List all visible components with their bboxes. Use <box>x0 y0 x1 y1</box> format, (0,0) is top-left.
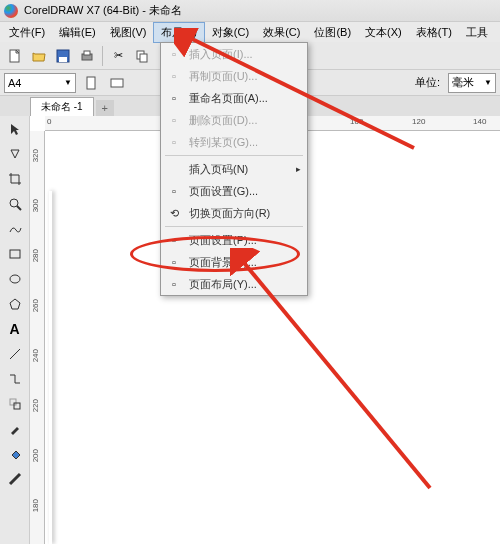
save-icon[interactable] <box>52 45 74 67</box>
page-shadow <box>49 191 52 544</box>
ruler-tick-label: 120 <box>412 117 425 126</box>
dropdown-arrow-icon: ▼ <box>64 78 72 87</box>
title-bar: CorelDRAW X7 (64-Bit) - 未命名 <box>0 0 500 22</box>
dimension-tool-icon[interactable] <box>6 345 24 363</box>
svg-rect-6 <box>140 54 147 62</box>
eyedropper-tool-icon[interactable] <box>6 420 24 438</box>
toolbox: A <box>0 116 30 544</box>
menu-object[interactable]: 对象(C) <box>205 23 256 42</box>
menu-text[interactable]: 文本(X) <box>358 23 409 42</box>
menu-file[interactable]: 文件(F) <box>2 23 52 42</box>
menu-insert-page[interactable]: ▫插入页面(I)... <box>161 43 307 65</box>
pick-tool-icon[interactable] <box>6 120 24 138</box>
ruler-tick-label: 280 <box>31 249 40 262</box>
menu-item-label: 重命名页面(A)... <box>189 91 268 106</box>
ellipse-tool-icon[interactable] <box>6 270 24 288</box>
page-layout-icon: ▫ <box>166 276 182 292</box>
effects-tool-icon[interactable] <box>6 395 24 413</box>
ruler-tick-label: 200 <box>31 449 40 462</box>
menu-switch-orientation[interactable]: ⟲切换页面方向(R) <box>161 202 307 224</box>
menu-duplicate-page[interactable]: ▫再制页面(U)... <box>161 65 307 87</box>
menu-goto-page[interactable]: ▫转到某页(G)... <box>161 131 307 153</box>
menu-view[interactable]: 视图(V) <box>103 23 154 42</box>
menu-item-label: 删除页面(D)... <box>189 113 257 128</box>
layout-menu-dropdown: ▫插入页面(I)... ▫再制页面(U)... ▫重命名页面(A)... ▫删除… <box>160 42 308 296</box>
zoom-tool-icon[interactable] <box>6 195 24 213</box>
menu-bar[interactable]: 文件(F) 编辑(E) 视图(V) 布局(L) 对象(C) 效果(C) 位图(B… <box>0 22 500 42</box>
menu-separator <box>165 155 303 156</box>
separator <box>102 46 103 66</box>
page-goto-icon: ▫ <box>166 134 182 150</box>
freehand-tool-icon[interactable] <box>6 220 24 238</box>
rectangle-tool-icon[interactable] <box>6 245 24 263</box>
menu-tools[interactable]: 工具 <box>459 23 495 42</box>
ruler-tick-label: 100 <box>350 117 363 126</box>
menu-item-label: 再制页面(U)... <box>189 69 257 84</box>
svg-line-11 <box>17 206 21 210</box>
landscape-icon[interactable] <box>106 72 128 94</box>
menu-table[interactable]: 表格(T) <box>409 23 459 42</box>
menu-separator <box>165 226 303 227</box>
page-rename-icon: ▫ <box>166 90 182 106</box>
page-copy-icon: ▫ <box>166 68 182 84</box>
menu-item-label: 插入页面(I)... <box>189 47 253 62</box>
svg-rect-16 <box>14 403 20 409</box>
new-icon[interactable] <box>4 45 26 67</box>
shape-tool-icon[interactable] <box>6 145 24 163</box>
menu-bitmap[interactable]: 位图(B) <box>307 23 358 42</box>
ruler-tick-label: 180 <box>31 499 40 512</box>
document-tab[interactable]: 未命名 -1 <box>30 97 94 116</box>
connector-tool-icon[interactable] <box>6 370 24 388</box>
ruler-vertical[interactable]: 320 300 280 260 240 220 200 180 <box>30 131 45 544</box>
menu-page-setup[interactable]: ▫页面设置(G)... <box>161 180 307 202</box>
ruler-tick-label: 220 <box>31 399 40 412</box>
menu-item-label: 页面设置(P)... <box>189 233 257 248</box>
outline-tool-icon[interactable] <box>6 470 24 488</box>
menu-item-label: 切换页面方向(R) <box>189 206 270 221</box>
svg-point-13 <box>10 275 20 283</box>
ruler-tick-label: 300 <box>31 199 40 212</box>
svg-rect-4 <box>84 51 90 55</box>
menu-item-label: 转到某页(G)... <box>189 135 258 150</box>
page-bg-icon: ▫ <box>166 254 182 270</box>
polygon-tool-icon[interactable] <box>6 295 24 313</box>
portrait-icon[interactable] <box>80 72 102 94</box>
units-combo[interactable]: 毫米▼ <box>448 73 496 93</box>
menu-page-layout[interactable]: ▫页面布局(Y)... <box>161 273 307 295</box>
window-title: CorelDRAW X7 (64-Bit) - 未命名 <box>24 3 182 18</box>
cut-icon[interactable]: ✂ <box>107 45 129 67</box>
menu-effects[interactable]: 效果(C) <box>256 23 307 42</box>
copy-icon[interactable] <box>131 45 153 67</box>
menu-rename-page[interactable]: ▫重命名页面(A)... <box>161 87 307 109</box>
crop-tool-icon[interactable] <box>6 170 24 188</box>
units-label: 单位: <box>415 75 440 90</box>
menu-page-background[interactable]: ▫页面背景(B)... <box>161 251 307 273</box>
text-tool-icon[interactable]: A <box>6 320 24 338</box>
open-icon[interactable] <box>28 45 50 67</box>
orientation-icon: ⟲ <box>166 205 182 221</box>
page-setup-icon: ▫ <box>166 183 182 199</box>
svg-point-10 <box>10 199 18 207</box>
menu-item-label: 页面布局(Y)... <box>189 277 257 292</box>
dropdown-arrow-icon: ▼ <box>484 78 492 87</box>
ruler-tick-label: 0 <box>47 117 51 126</box>
menu-page-settings[interactable]: ▫页面设置(P)... <box>161 229 307 251</box>
menu-item-label: 页面设置(G)... <box>189 184 258 199</box>
add-tab-button[interactable]: + <box>96 100 114 116</box>
page-delete-icon: ▫ <box>166 112 182 128</box>
ruler-tick-label: 240 <box>31 349 40 362</box>
print-icon[interactable] <box>76 45 98 67</box>
menu-edit[interactable]: 编辑(E) <box>52 23 103 42</box>
svg-rect-9 <box>111 79 123 87</box>
page-add-icon: ▫ <box>166 46 182 62</box>
menu-delete-page[interactable]: ▫删除页面(D)... <box>161 109 307 131</box>
fill-tool-icon[interactable] <box>6 445 24 463</box>
svg-line-14 <box>10 349 20 359</box>
menu-insert-page-number[interactable]: 插入页码(N)▸ <box>161 158 307 180</box>
paper-size-combo[interactable]: A4▼ <box>4 73 76 93</box>
menu-layout[interactable]: 布局(L) <box>153 22 204 43</box>
page-icon: ▫ <box>166 232 182 248</box>
ruler-tick-label: 260 <box>31 299 40 312</box>
svg-rect-2 <box>59 57 67 62</box>
ruler-tick-label: 140 <box>473 117 486 126</box>
